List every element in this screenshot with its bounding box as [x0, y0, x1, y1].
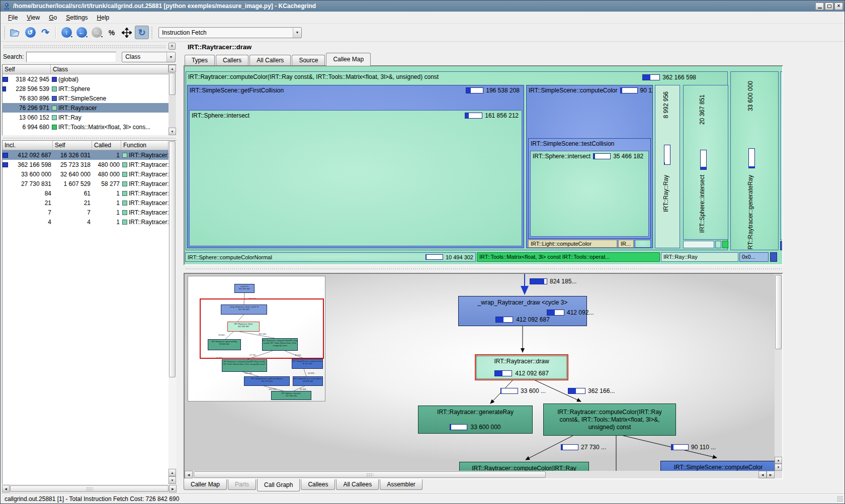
tab-all-callees[interactable]: All Callees	[336, 479, 379, 490]
scroll-right-icon[interactable]: ▶	[169, 485, 177, 492]
overview-viewport-rect[interactable]	[200, 298, 324, 359]
scroll-right-icon[interactable]: ▶	[767, 471, 775, 478]
titlebar[interactable]: /home/brucher/local/src/irt/trunk/callgr…	[1, 1, 844, 12]
tab-source[interactable]: Source	[292, 55, 325, 65]
open-file-button[interactable]	[8, 26, 22, 39]
column-header-class[interactable]: Class	[51, 65, 168, 74]
tab-all-callers[interactable]: All Callers	[249, 55, 291, 65]
treemap-block-light-computecolor[interactable]: IRT::Light::computeColor	[528, 240, 617, 248]
graph-node-generateray[interactable]: IRT::Raytracer::generateRay 33 600 000	[418, 406, 533, 434]
relative-cost-button[interactable]: %	[105, 26, 119, 39]
treemap-column-ray-ray[interactable]: 8 992 956 IRT::Ray::Ray	[655, 85, 680, 248]
minimize-button[interactable]	[815, 3, 824, 10]
back-icon: ↺	[25, 27, 36, 38]
dock-close-button[interactable]: ×	[168, 43, 176, 50]
scroll-down-icon[interactable]: ▼	[775, 464, 782, 471]
scroll-left-icon[interactable]: ◀	[185, 471, 193, 478]
treemap-column-sphere-intersect[interactable]: 20 367 851 IRT::Sphere::intersect	[683, 85, 728, 240]
history-forward-button[interactable]: → ▾	[90, 26, 104, 39]
treemap-block-matrix-op[interactable]: IRT::Tools::Matrix<float, 3l> const IRT:…	[477, 252, 660, 262]
table-row[interactable]: 33 600 000 32 640 000 480 000 IRT::Raytr…	[3, 169, 168, 179]
tab-callers[interactable]: Callers	[216, 55, 248, 65]
scroll-down-icon[interactable]: ▼	[168, 476, 176, 484]
menu-help[interactable]: Help	[93, 13, 114, 23]
treemap-block-sphere-intersect-small[interactable]: IRT::Sphere::intersect 35 466 182	[530, 151, 649, 237]
table-row-selected[interactable]: 412 092 687 16 326 031 1 IRT::Raytracer:…	[3, 150, 168, 160]
treemap-mini-block[interactable]	[715, 241, 721, 248]
back-button[interactable]: ↺	[23, 26, 37, 39]
graph-vscrollbar[interactable]: ▲ ▼	[775, 274, 782, 471]
menu-view[interactable]: View	[22, 13, 44, 23]
treemap-block-tiny[interactable]	[770, 252, 777, 262]
table-row[interactable]: 21 21 1 IRT::Raytracer::u	[3, 198, 168, 208]
treemap-block-hex[interactable]: 0x0...	[739, 252, 769, 262]
treemap-block-light-more[interactable]: IR...	[618, 240, 634, 248]
tab-caller-map[interactable]: Caller Map	[184, 479, 227, 490]
table-row[interactable]: 7 7 1 IRT::Raytracer::s	[3, 208, 168, 217]
toolbar-handle[interactable]	[151, 26, 153, 39]
dock-drag-handle[interactable]	[3, 45, 166, 48]
tab-callee-map[interactable]: Callee Map	[326, 53, 371, 66]
table-row[interactable]: 4 4 1 IRT::Raytracer::~	[3, 217, 168, 227]
scroll-down-icon[interactable]: ▼	[168, 128, 176, 135]
scroll-up-icon[interactable]: ▲	[168, 469, 176, 476]
tab-types[interactable]: Types	[185, 55, 215, 65]
relative-to-parent-button[interactable]	[120, 26, 134, 39]
treemap-sliver-bottom[interactable]	[780, 241, 782, 250]
table-row[interactable]: 84 61 1 IRT::Raytracer::R	[3, 188, 168, 198]
search-input[interactable]	[26, 52, 116, 62]
dock-splitter[interactable]	[2, 136, 177, 140]
call-graph-overview[interactable]: <cycle 3>412 092 687 _wrap_Raytracer_dra…	[188, 276, 325, 401]
detect-cycles-button[interactable]: ↻	[135, 26, 149, 39]
scroll-up-icon[interactable]: ▲	[775, 457, 782, 464]
table-row-selected[interactable]: 76 296 971 IRT::Raytracer	[3, 103, 168, 113]
close-button[interactable]: ×	[834, 3, 843, 10]
tab-assembler[interactable]: Assembler	[380, 479, 422, 490]
call-graph-panel[interactable]: 824 185... _wrap_Raytracer_draw <cycle 3…	[184, 273, 783, 479]
scroll-left-icon[interactable]: ◀	[2, 485, 10, 492]
treemap-block-small[interactable]	[635, 240, 651, 248]
treemap-block-computecolornormal[interactable]: IRT::Sphere::computeColorNormal 10 494 3…	[186, 253, 475, 261]
treemap-sliver[interactable]	[780, 71, 782, 240]
grouping-combobox[interactable]: Class ▼	[122, 52, 176, 62]
scroll-up-icon[interactable]: ▲	[168, 65, 176, 72]
column-header-function[interactable]: Function	[121, 141, 168, 150]
graph-node-computecolor[interactable]: IRT::Raytracer::computeColor(IRT::Ray co…	[543, 404, 676, 436]
table-row[interactable]: 318 422 945 (global)	[3, 74, 168, 84]
menu-settings[interactable]: Settings	[61, 13, 92, 23]
treemap-mini-block[interactable]	[683, 241, 714, 248]
up-button[interactable]: ↑ ▾	[59, 26, 73, 39]
graph-node-raytracer-draw-selected[interactable]: IRT::Raytracer::draw 412 092 687	[475, 354, 568, 380]
table-row[interactable]: 13 060 152 IRT::Ray	[3, 113, 168, 122]
treemap-block-sphere-intersect[interactable]: IRT::Sphere::intersect 161 856 212	[189, 110, 522, 246]
menu-file[interactable]: File	[4, 13, 22, 23]
tab-call-graph[interactable]: Call Graph	[257, 479, 300, 491]
column-header-self[interactable]: Self	[53, 141, 92, 150]
maximize-button[interactable]	[825, 3, 833, 10]
pane-splitter[interactable]	[181, 265, 844, 273]
column-header-self[interactable]: Self	[3, 65, 51, 74]
treemap-column-generateray[interactable]: 33 600 000 IRT::Raytracer::generateRay	[730, 71, 779, 250]
event-type-combobox[interactable]: Instruction Fetch ▼	[158, 27, 302, 38]
treemap-block-ray-ray-bottom[interactable]: IRT::Ray::Ray	[661, 252, 738, 262]
class-table-scrollbar[interactable]: ▲ ▼	[168, 65, 176, 135]
function-table-scrollbar[interactable]: ▲ ▼	[168, 141, 176, 484]
column-header-called[interactable]: Called	[92, 141, 121, 150]
column-header-incl[interactable]: Incl.	[3, 141, 53, 150]
toolbar-handle[interactable]	[4, 26, 6, 39]
table-row[interactable]: 6 994 680 IRT::Tools::Matrix<float, 3l> …	[3, 122, 168, 132]
table-row[interactable]: 228 596 539 IRT::Sphere	[3, 84, 168, 93]
graph-hscrollbar[interactable]: ◀ ◀ ▶	[185, 471, 775, 478]
history-back-button[interactable]: ← ▾	[74, 26, 89, 39]
menu-go[interactable]: Go	[44, 13, 61, 23]
dock-resize-splitter[interactable]	[178, 42, 181, 493]
resize-grip[interactable]	[837, 496, 843, 502]
treemap-mini-block[interactable]	[722, 241, 728, 248]
table-row[interactable]: 76 830 896 IRT::SimpleScene	[3, 93, 168, 103]
table-row[interactable]: 362 166 598 25 723 318 480 000 IRT::Rayt…	[3, 160, 168, 169]
function-table-hscrollbar[interactable]: ◀ ▶	[2, 485, 177, 492]
scroll-left-icon[interactable]: ◀	[758, 471, 767, 478]
tab-callees[interactable]: Callees	[301, 479, 335, 490]
forward-button[interactable]: ↷	[38, 26, 52, 39]
table-row[interactable]: 27 730 831 1 607 529 58 277 IRT::Raytrac…	[3, 179, 168, 188]
